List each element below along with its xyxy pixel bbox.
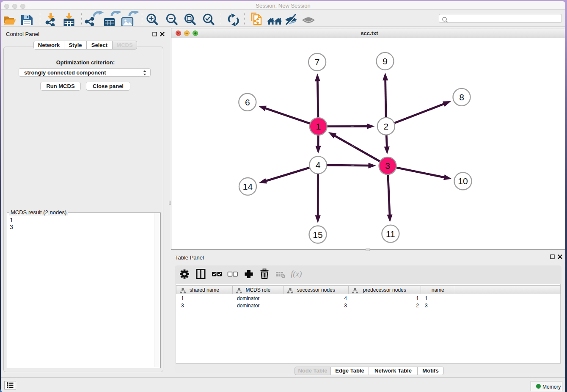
svg-text:15: 15	[313, 230, 322, 240]
svg-text:3: 3	[385, 161, 390, 171]
svg-text:11: 11	[386, 229, 395, 239]
svg-text:4: 4	[316, 160, 321, 170]
svg-text:2: 2	[384, 121, 389, 131]
svg-text:14: 14	[243, 182, 253, 191]
svg-text:6: 6	[245, 97, 250, 107]
svg-text:8: 8	[459, 92, 464, 102]
svg-text:10: 10	[458, 176, 468, 186]
svg-text:f(x): f(x)	[291, 269, 302, 279]
svg-text:7: 7	[315, 57, 320, 67]
svg-text:9: 9	[383, 56, 388, 66]
svg-text:1: 1	[316, 121, 321, 131]
